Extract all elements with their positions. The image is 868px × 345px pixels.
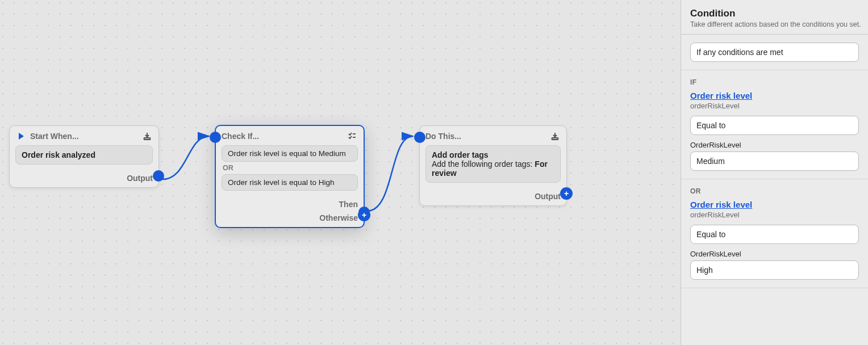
condition-row[interactable]: Order risk level is equal to Medium bbox=[222, 145, 358, 162]
variable-link[interactable]: Order risk level bbox=[690, 91, 859, 100]
then-label: Then bbox=[339, 200, 358, 209]
start-node[interactable]: Start When... Order risk analyzed Output bbox=[9, 125, 159, 188]
condition-node-title: Check If... bbox=[222, 132, 259, 141]
value-field-label: OrderRiskLevel bbox=[690, 141, 859, 149]
otherwise-add-port[interactable] bbox=[358, 209, 370, 221]
output-port[interactable] bbox=[153, 170, 164, 182]
value-select[interactable]: Medium bbox=[690, 152, 859, 171]
sidebar-subtitle: Take different actions based on the cond… bbox=[690, 20, 859, 28]
input-port[interactable] bbox=[210, 132, 221, 143]
sidebar-title: Condition bbox=[690, 8, 859, 19]
sidebar-header: Condition Take different actions based o… bbox=[681, 0, 868, 35]
match-mode-select[interactable]: If any conditions are met bbox=[690, 43, 859, 62]
import-icon[interactable] bbox=[549, 131, 561, 142]
play-icon bbox=[15, 131, 27, 142]
action-node-title: Do This... bbox=[425, 132, 461, 141]
import-icon[interactable] bbox=[141, 131, 153, 142]
otherwise-label: Otherwise bbox=[319, 213, 358, 222]
variable-link[interactable]: Order risk level bbox=[690, 200, 859, 209]
operator-select[interactable]: Equal to bbox=[690, 225, 859, 244]
action-title: Add order tags bbox=[432, 150, 554, 159]
value-select[interactable]: High bbox=[690, 260, 859, 280]
action-summary[interactable]: Add order tags Add the following order t… bbox=[425, 145, 561, 183]
action-description: Add the following order tags: For review bbox=[432, 159, 554, 178]
checklist-icon[interactable] bbox=[347, 131, 358, 142]
variable-name: orderRiskLevel bbox=[690, 102, 859, 110]
condition-section: IF Order risk level orderRiskLevel Equal… bbox=[681, 70, 868, 179]
svg-rect-3 bbox=[552, 138, 558, 140]
if-label: IF bbox=[690, 78, 859, 86]
or-label: OR bbox=[690, 187, 859, 195]
input-port[interactable] bbox=[414, 132, 425, 143]
workflow-canvas[interactable]: Start When... Order risk analyzed Output… bbox=[0, 0, 681, 345]
config-sidebar: Condition Take different actions based o… bbox=[681, 0, 868, 345]
condition-node[interactable]: Check If... Order risk level is equal to… bbox=[215, 125, 365, 228]
output-add-port[interactable] bbox=[560, 187, 573, 200]
output-label: Output bbox=[127, 174, 153, 183]
operator-select[interactable]: Equal to bbox=[690, 116, 859, 135]
condition-section: OR Order risk level orderRiskLevel Equal… bbox=[681, 179, 868, 288]
action-node[interactable]: Do This... Add order tags Add the follow… bbox=[419, 125, 567, 206]
start-node-title: Start When... bbox=[30, 132, 79, 141]
or-separator: OR bbox=[222, 162, 358, 174]
value-field-label: OrderRiskLevel bbox=[690, 250, 859, 258]
condition-row[interactable]: Order risk level is equal to High bbox=[222, 174, 358, 191]
output-label: Output bbox=[535, 192, 561, 201]
svg-rect-0 bbox=[144, 138, 151, 140]
match-mode-section: If any conditions are met bbox=[681, 35, 868, 70]
trigger-chip[interactable]: Order risk analyzed bbox=[15, 145, 153, 165]
variable-name: orderRiskLevel bbox=[690, 211, 859, 219]
